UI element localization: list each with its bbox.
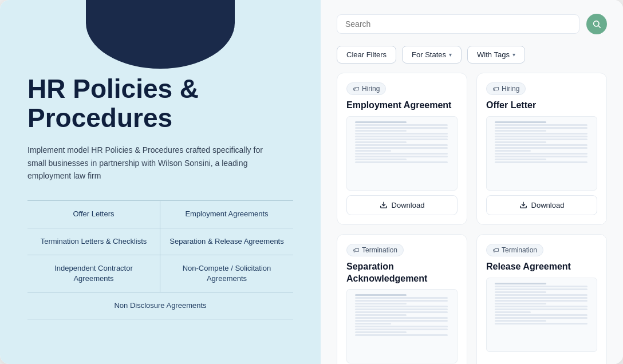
preview-line bbox=[495, 306, 587, 307]
preview-line bbox=[355, 331, 407, 333]
preview-line bbox=[495, 317, 587, 319]
preview-line bbox=[355, 320, 448, 322]
with-tags-button[interactable]: With Tags ▾ bbox=[467, 46, 525, 64]
download-icon bbox=[519, 201, 527, 209]
preview-line bbox=[355, 127, 448, 129]
chevron-down-icon: ▾ bbox=[512, 52, 515, 58]
preview-line bbox=[495, 294, 587, 296]
preview-line bbox=[495, 300, 587, 302]
page-title: HR Policies & Procedures bbox=[27, 74, 293, 132]
policy-item: Employment Agreements bbox=[160, 201, 293, 228]
document-card: 🏷HiringOffer LetterDownload bbox=[476, 73, 607, 225]
download-label: Download bbox=[531, 201, 565, 209]
preview-line bbox=[355, 294, 407, 296]
preview-line bbox=[495, 124, 587, 126]
preview-line bbox=[355, 329, 448, 330]
search-input[interactable] bbox=[345, 19, 571, 29]
decorative-blob bbox=[86, 0, 235, 69]
preview-line bbox=[495, 314, 587, 316]
card-tag: 🏷Termination bbox=[346, 244, 404, 256]
download-icon bbox=[380, 201, 388, 209]
preview-line bbox=[495, 161, 587, 163]
card-tag-label: Termination bbox=[502, 246, 537, 254]
preview-line bbox=[495, 291, 546, 293]
doc-preview-content bbox=[490, 282, 593, 326]
preview-line bbox=[355, 130, 407, 132]
page-description: Implement model HR Policies & Procedures… bbox=[27, 144, 279, 182]
document-preview bbox=[346, 289, 458, 363]
preview-line bbox=[355, 308, 448, 310]
preview-line bbox=[495, 286, 587, 287]
preview-line bbox=[495, 153, 587, 155]
tag-icon: 🏷 bbox=[353, 85, 359, 92]
preview-line bbox=[355, 317, 448, 319]
preview-line bbox=[495, 121, 546, 123]
preview-line bbox=[495, 308, 587, 310]
preview-line bbox=[355, 311, 448, 313]
preview-line bbox=[355, 323, 391, 325]
left-panel: HR Policies & Procedures Implement model… bbox=[0, 0, 321, 364]
preview-line bbox=[355, 159, 407, 160]
preview-line bbox=[495, 144, 587, 146]
document-card: 🏷TerminationRelease Agreement bbox=[476, 234, 607, 364]
svg-line-1 bbox=[598, 26, 601, 28]
document-preview bbox=[486, 116, 597, 191]
document-card: 🏷TerminationSeparation Acknowledgement bbox=[337, 234, 467, 364]
document-preview bbox=[346, 116, 458, 191]
for-states-button[interactable]: For States ▾ bbox=[402, 46, 462, 64]
preview-line bbox=[495, 297, 587, 299]
preview-line bbox=[495, 288, 587, 290]
download-label: Download bbox=[392, 201, 425, 209]
document-card: 🏷HiringEmployment AgreementDownload bbox=[337, 73, 467, 225]
doc-preview-content bbox=[350, 293, 454, 337]
preview-line bbox=[495, 141, 546, 143]
preview-line bbox=[355, 144, 448, 146]
search-button[interactable] bbox=[586, 14, 607, 34]
preview-line bbox=[495, 130, 546, 132]
clear-filters-button[interactable]: Clear Filters bbox=[337, 46, 396, 64]
preview-line bbox=[495, 147, 587, 149]
policy-item: Non Disclosure Agreements bbox=[27, 292, 293, 319]
preview-line bbox=[495, 159, 546, 160]
tag-icon: 🏷 bbox=[492, 85, 499, 92]
doc-preview-content bbox=[350, 120, 454, 164]
download-button[interactable]: Download bbox=[346, 195, 458, 215]
preview-line bbox=[495, 323, 587, 325]
preview-line bbox=[355, 300, 448, 302]
preview-line bbox=[355, 314, 407, 316]
svg-point-0 bbox=[594, 21, 599, 26]
left-content: HR Policies & Procedures Implement model… bbox=[27, 74, 293, 319]
preview-line bbox=[355, 153, 448, 155]
preview-line bbox=[495, 303, 546, 304]
card-title: Offer Letter bbox=[486, 100, 597, 112]
tag-icon: 🏷 bbox=[353, 247, 359, 254]
app-container: HR Policies & Procedures Implement model… bbox=[0, 0, 623, 364]
policy-item: Separation & Release Agreements bbox=[160, 228, 293, 255]
right-panel: Clear Filters For States ▾ With Tags ▾ 🏷… bbox=[321, 0, 623, 364]
tag-icon: 🏷 bbox=[492, 247, 499, 254]
card-tag-label: Hiring bbox=[362, 85, 380, 93]
card-tag: 🏷Hiring bbox=[346, 82, 386, 95]
filter-row: Clear Filters For States ▾ With Tags ▾ bbox=[337, 46, 607, 64]
search-bar-row bbox=[337, 14, 607, 34]
preview-line bbox=[355, 147, 448, 149]
preview-line bbox=[355, 306, 448, 307]
policy-grid: Offer LettersEmployment AgreementsTermin… bbox=[27, 200, 293, 319]
preview-line bbox=[495, 150, 531, 152]
card-tag-label: Termination bbox=[362, 246, 397, 254]
preview-line bbox=[355, 139, 448, 140]
card-title: Separation Acknowledgement bbox=[346, 261, 458, 285]
download-button[interactable]: Download bbox=[486, 195, 597, 215]
card-title: Employment Agreement bbox=[346, 100, 458, 112]
card-tag: 🏷Termination bbox=[486, 244, 543, 256]
card-tag: 🏷Hiring bbox=[486, 82, 526, 95]
policy-item: Independent Contractor Agreements bbox=[27, 255, 160, 292]
preview-line bbox=[355, 334, 448, 336]
cards-grid: 🏷HiringEmployment AgreementDownload🏷Hiri… bbox=[337, 73, 607, 364]
preview-line bbox=[355, 150, 391, 152]
preview-line bbox=[495, 311, 531, 313]
policy-item: Termination Letters & Checklists bbox=[27, 228, 160, 255]
card-title: Release Agreement bbox=[486, 261, 597, 273]
search-input-wrap[interactable] bbox=[337, 14, 579, 34]
preview-line bbox=[495, 156, 587, 157]
